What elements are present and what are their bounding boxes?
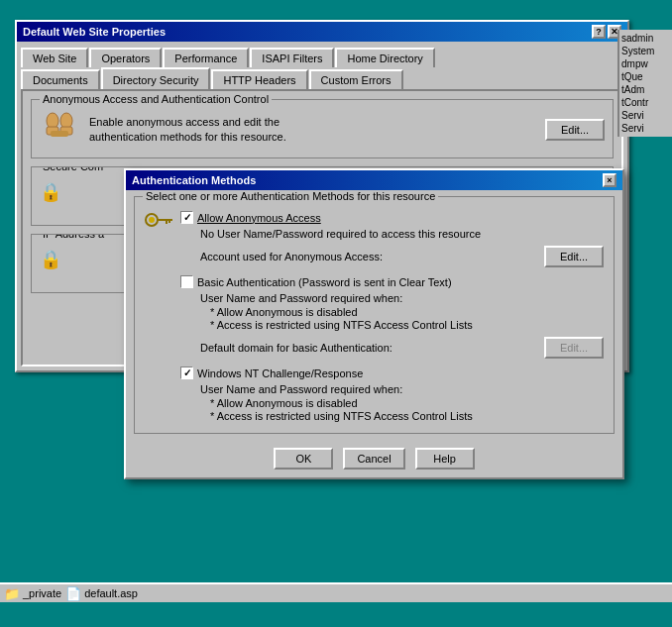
basic-auth-checkbox[interactable] [180, 275, 193, 288]
tab-isapi-filters[interactable]: ISAPI Filters [250, 48, 334, 67]
right-label-dmpw: dmpw [621, 57, 670, 70]
basic-auth-sub2: * Allow Anonymous is disabled [180, 306, 604, 318]
basic-auth-sub1: User Name and Password required when: [180, 292, 604, 304]
anon-access-row: Allow Anonymous Access [180, 211, 604, 224]
anon-access-content: Enable anonymous access and edit theauth… [40, 110, 605, 150]
anon-account-edit-button[interactable]: Edit... [544, 246, 604, 267]
secure-comm-label: Secure Com [40, 166, 106, 172]
right-label-tcontr: tContr [621, 96, 670, 109]
tabs-row-1: Web Site Operators Performance ISAPI Fil… [17, 42, 627, 89]
right-label-tque: tQue [621, 70, 670, 83]
windows-nt-sub1: User Name and Password required when: [180, 383, 604, 395]
tab-web-site[interactable]: Web Site [21, 48, 88, 67]
basic-auth-domain-edit-button[interactable]: Edit... [544, 337, 604, 359]
cancel-button[interactable]: Cancel [343, 448, 404, 470]
bottom-bar: 📁 _private 📄 default.asp [0, 582, 672, 602]
folder-icon-default: 📄 [65, 586, 81, 601]
basic-auth-row: Basic Authentication (Password is sent i… [180, 275, 604, 288]
padlock-icon: 🔒 [40, 181, 61, 203]
auth-title-bar: Authentication Methods × [126, 170, 622, 190]
anon-no-password-text: No User Name/Password required to access… [180, 228, 604, 240]
auth-dialog: Authentication Methods × Select one or m… [124, 168, 624, 479]
tab-operators[interactable]: Operators [89, 48, 162, 67]
help-button[interactable]: Help [415, 448, 475, 470]
key-icon [145, 211, 172, 229]
anon-access-checkbox[interactable] [180, 211, 193, 224]
tab-home-directory[interactable]: Home Directory [335, 48, 434, 67]
folder-icon-private: 📁 [4, 586, 20, 601]
right-label-system: System [621, 45, 670, 57]
auth-methods-group: Select one or more Authentication Method… [134, 196, 615, 434]
auth-dialog-buttons: OK Cancel Help [126, 440, 622, 477]
basic-auth-checkbox-label: Basic Authentication (Password is sent i… [197, 276, 452, 288]
windows-nt-sub3: * Access is restricted using NTFS Access… [180, 410, 604, 422]
tab-performance[interactable]: Performance [163, 48, 249, 67]
anon-edit-button[interactable]: Edit... [545, 119, 605, 141]
basic-auth-domain-row: Default domain for basic Authentication:… [180, 337, 604, 359]
anon-account-row: Account used for Anonymous Access: Edit.… [180, 246, 604, 267]
help-title-button[interactable]: ? [592, 25, 606, 39]
svg-rect-4 [51, 131, 68, 137]
right-label-sadmin: sadmin [621, 32, 670, 45]
folder-label-default: default.asp [84, 587, 138, 599]
basic-auth-sub3: * Access is restricted using NTFS Access… [180, 319, 604, 331]
main-title-bar: Default Web Site Properties ? ✕ [17, 22, 627, 42]
lock2-icon: 🔒 [40, 249, 61, 270]
basic-auth-domain-label: Default domain for basic Authentication: [200, 342, 536, 354]
tab-http-headers[interactable]: HTTP Headers [211, 69, 307, 91]
tab-directory-security[interactable]: Directory Security [101, 67, 211, 89]
tab-custom-errors[interactable]: Custom Errors [309, 69, 403, 91]
right-label-servi1: Servi [621, 109, 670, 122]
folder-item-default: 📄 default.asp [65, 586, 138, 601]
windows-nt-row: Windows NT Challenge/Response [180, 366, 604, 379]
anon-access-description: Enable anonymous access and edit theauth… [89, 115, 535, 146]
right-label-tadm: tAdm [621, 83, 670, 96]
auth-dialog-title: Authentication Methods [132, 174, 256, 186]
ip-address-label: IP Address a [40, 234, 107, 240]
windows-nt-checkbox[interactable] [180, 366, 193, 379]
anon-access-group: Anonymous Access and Authentication Cont… [31, 99, 614, 158]
folder-label-private: _private [23, 587, 61, 599]
windows-nt-sub2: * Allow Anonymous is disabled [180, 397, 604, 409]
handshake-icon [40, 110, 79, 150]
anon-account-label: Account used for Anonymous Access: [200, 251, 536, 262]
auth-methods-content: Allow Anonymous Access No User Name/Pass… [180, 211, 604, 423]
ok-button[interactable]: OK [274, 448, 333, 470]
anon-access-checkbox-label: Allow Anonymous Access [197, 212, 321, 224]
right-labels-panel: sadmin System dmpw tQue tAdm tContr Serv… [617, 30, 672, 137]
svg-point-9 [149, 217, 155, 223]
main-dialog-title: Default Web Site Properties [23, 26, 166, 38]
auth-close-button[interactable]: × [603, 173, 616, 187]
windows-nt-checkbox-label: Windows NT Challenge/Response [197, 367, 363, 379]
auth-methods-group-label: Select one or more Authentication Method… [143, 190, 438, 202]
right-label-servi2: Servi [621, 122, 670, 135]
tab-documents[interactable]: Documents [21, 69, 100, 91]
folder-item-private: 📁 _private [4, 586, 61, 601]
anon-access-label: Anonymous Access and Authentication Cont… [40, 93, 272, 105]
